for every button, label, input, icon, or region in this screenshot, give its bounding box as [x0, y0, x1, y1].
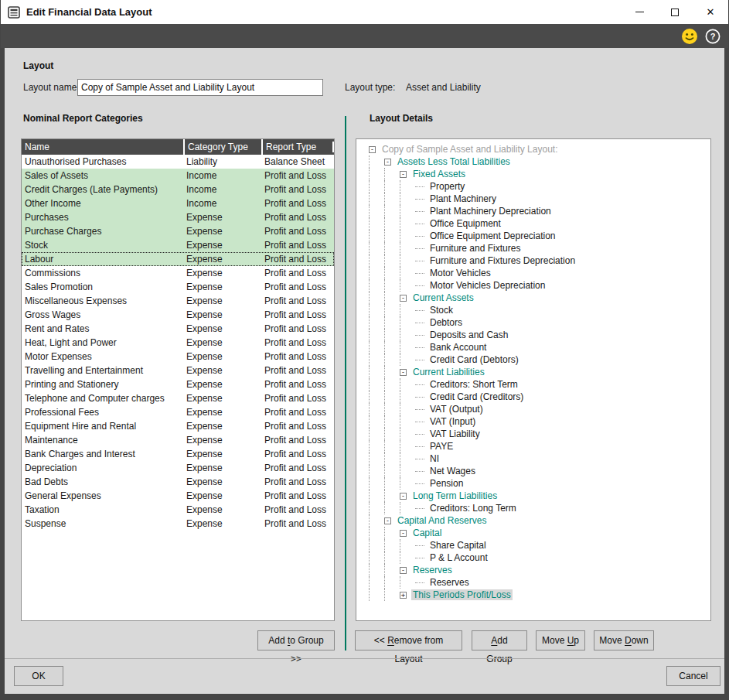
tree-connector — [415, 558, 424, 558]
table-row[interactable]: Equipment Hire and RentalExpenseProfit a… — [22, 419, 334, 433]
add-group-button[interactable]: Add Group — [472, 630, 527, 650]
tree-item[interactable]: VAT Liability — [363, 428, 707, 440]
table-row[interactable]: Printing and StationeryExpenseProfit and… — [22, 377, 334, 391]
minimize-button[interactable] — [622, 0, 657, 24]
tree-item[interactable]: -Current Liabilities — [363, 366, 707, 378]
tree-item[interactable]: -Current Assets — [363, 292, 707, 304]
column-header-report-type[interactable]: Report Type — [261, 139, 334, 155]
tree-item[interactable]: Motor Vehicles — [363, 267, 707, 279]
table-row[interactable]: PurchasesExpenseProfit and Loss — [22, 210, 334, 224]
table-row[interactable]: Unauthorised PurchasesLiabilityBalance S… — [22, 155, 334, 169]
tree-item[interactable]: -Capital — [363, 527, 707, 539]
table-row[interactable]: Heat, Light and PowerExpenseProfit and L… — [22, 336, 334, 350]
tree-item[interactable]: Bank Account — [363, 341, 707, 353]
move-down-button[interactable]: Move Down — [594, 630, 654, 650]
tree-collapse-icon[interactable]: - — [400, 530, 407, 537]
table-row[interactable]: DepreciationExpenseProfit and Loss — [22, 461, 334, 475]
tree-item[interactable]: -Assets Less Total Liabilities — [363, 155, 707, 168]
column-header-category-type[interactable]: Category Type — [183, 139, 261, 155]
table-row[interactable]: Gross WagesExpenseProfit and Loss — [22, 308, 334, 322]
tree-item[interactable]: Net Wages — [363, 465, 707, 477]
table-row[interactable]: Professional FeesExpenseProfit and Loss — [22, 405, 334, 419]
tree-collapse-icon[interactable]: - — [384, 159, 391, 166]
tree-item[interactable]: -Copy of Sample Asset and Liability Layo… — [363, 143, 707, 155]
add-to-group-button[interactable]: Add to Group >> — [257, 630, 335, 650]
tree-guide-line — [384, 502, 400, 514]
table-row[interactable]: Motor ExpensesExpenseProfit and Loss — [22, 350, 334, 364]
tree-item[interactable]: VAT (Input) — [363, 415, 707, 428]
tree-collapse-icon[interactable]: - — [400, 493, 407, 500]
table-cell: Taxation — [22, 503, 183, 517]
table-row[interactable]: LabourExpenseProfit and Loss — [22, 252, 334, 266]
tree-item[interactable]: VAT (Output) — [363, 403, 707, 415]
table-cell: Expense — [183, 294, 261, 308]
tree-item[interactable]: -Reserves — [363, 564, 707, 576]
close-button[interactable]: ✕ — [693, 0, 728, 24]
layout-name-input[interactable] — [77, 79, 323, 96]
tree-item[interactable]: P & L Account — [363, 551, 707, 564]
column-header-name[interactable]: Name — [22, 139, 183, 155]
tree-item[interactable]: Creditors: Short Term — [363, 378, 707, 391]
tree-expand-icon[interactable]: + — [400, 592, 407, 599]
table-cell: Rent and Rates — [22, 322, 183, 336]
tree-collapse-icon[interactable]: - — [369, 146, 376, 153]
tree-item[interactable]: Office Equipment Depreciation — [363, 230, 707, 242]
tree-item[interactable]: Creditors: Long Term — [363, 502, 707, 514]
maximize-button[interactable] — [657, 0, 693, 24]
ok-button[interactable]: OK — [14, 666, 63, 686]
minimize-icon — [635, 12, 644, 12]
tree-guide-line — [384, 230, 400, 242]
tree-guide-line — [369, 217, 384, 230]
tree-item[interactable]: -Long Term Liabilities — [363, 490, 707, 502]
table-row[interactable]: Telephone and Computer chargesExpensePro… — [22, 391, 334, 405]
table-row[interactable]: Purchase ChargesExpenseProfit and Loss — [22, 224, 334, 238]
tree-item[interactable]: Debtors — [363, 316, 707, 329]
tree-collapse-icon[interactable]: - — [400, 295, 407, 302]
tree-collapse-icon[interactable]: - — [400, 171, 407, 178]
tree-item[interactable]: NI — [363, 452, 707, 465]
tree-item[interactable]: Pension — [363, 477, 707, 490]
table-row[interactable]: TaxationExpenseProfit and Loss — [22, 503, 334, 517]
remove-from-layout-button[interactable]: << Remove from Layout — [355, 630, 462, 650]
table-row[interactable]: Bad DebtsExpenseProfit and Loss — [22, 475, 334, 489]
tree-item[interactable]: -Capital And Reserves — [363, 514, 707, 527]
tree-item[interactable]: Credit Card (Creditors) — [363, 391, 707, 403]
table-row[interactable]: CommissionsExpenseProfit and Loss — [22, 266, 334, 280]
tree-collapse-icon[interactable]: - — [400, 369, 407, 376]
tree-collapse-icon[interactable]: - — [400, 567, 407, 574]
table-row[interactable]: StockExpenseProfit and Loss — [22, 238, 334, 252]
help-button[interactable]: ? — [705, 29, 720, 44]
table-row[interactable]: Sales of AssetsIncomeProfit and Loss — [22, 169, 334, 183]
table-row[interactable]: Credit Charges (Late Payments)IncomeProf… — [22, 183, 334, 196]
table-row[interactable]: SuspenseExpenseProfit and Loss — [22, 517, 334, 531]
tree-item[interactable]: Stock — [363, 304, 707, 316]
tree-item[interactable]: Motor Vehicles Depreciation — [363, 279, 707, 292]
cancel-button[interactable]: Cancel — [666, 666, 720, 686]
tree-item[interactable]: Furniture and Fixtures Depreciation — [363, 254, 707, 267]
table-row[interactable]: General ExpensesExpenseProfit and Loss — [22, 489, 334, 503]
tree-item[interactable]: +This Periods Profit/Loss — [363, 589, 707, 601]
tree-collapse-icon[interactable]: - — [384, 517, 391, 524]
move-up-button[interactable]: Move Up — [536, 630, 585, 650]
table-row[interactable]: Travelling and EntertainmentExpenseProfi… — [22, 364, 334, 377]
tree-item[interactable]: -Fixed Assets — [363, 168, 707, 180]
tree-item[interactable]: Office Equipment — [363, 217, 707, 230]
table-row[interactable]: Rent and RatesExpenseProfit and Loss — [22, 322, 334, 336]
tree-item[interactable]: Share Capital — [363, 539, 707, 551]
smiley-feedback-button[interactable] — [681, 28, 698, 45]
table-row[interactable]: Bank Charges and InterestExpenseProfit a… — [22, 447, 334, 461]
tree-item[interactable]: Property — [363, 180, 707, 193]
table-row[interactable]: Miscellaneous ExpensesExpenseProfit and … — [22, 294, 334, 308]
tree-item[interactable]: Reserves — [363, 576, 707, 589]
tree-item[interactable]: Plant Machinery Depreciation — [363, 205, 707, 217]
tree-item-label: Current Assets — [411, 292, 475, 303]
tree-item[interactable]: Plant Machinery — [363, 193, 707, 205]
tree-item[interactable]: PAYE — [363, 440, 707, 452]
table-row[interactable]: Other IncomeIncomeProfit and Loss — [22, 196, 334, 210]
tree-item[interactable]: Furniture and Fixtures — [363, 242, 707, 254]
tree-item[interactable]: Credit Card (Debtors) — [363, 353, 707, 366]
table-row[interactable]: Sales PromotionExpenseProfit and Loss — [22, 280, 334, 294]
tree-item-label: Office Equipment — [428, 218, 502, 229]
tree-item[interactable]: Deposits and Cash — [363, 329, 707, 341]
table-row[interactable]: MaintenanceExpenseProfit and Loss — [22, 433, 334, 447]
